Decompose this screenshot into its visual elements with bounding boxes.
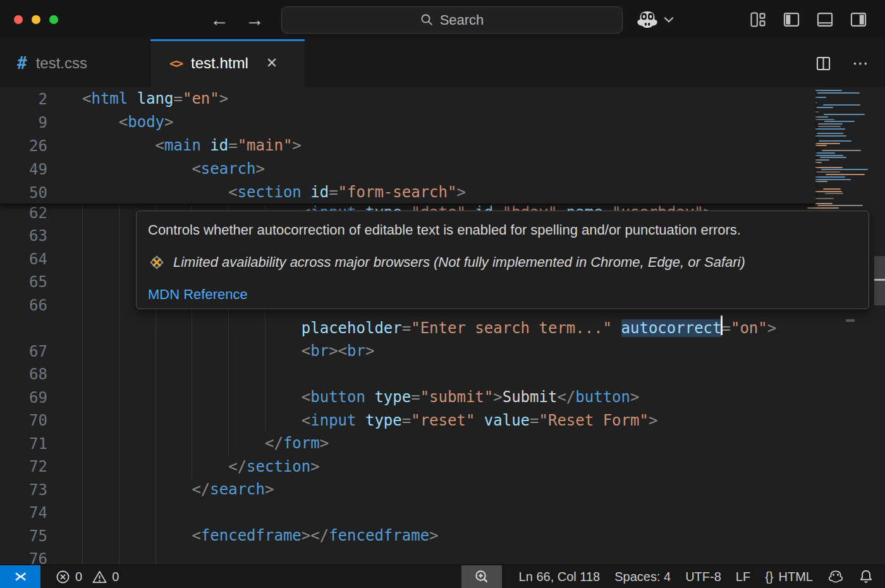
- hover-tooltip: Controls whether autocorrection of edita…: [136, 211, 869, 309]
- css-file-icon: #: [17, 54, 27, 73]
- indent-guide: [82, 548, 83, 565]
- encoding-setting[interactable]: UTF-8: [683, 565, 724, 588]
- bell-icon: [858, 569, 874, 584]
- minimap-highlight: [846, 319, 855, 322]
- code-line[interactable]: 73 </search>: [0, 478, 815, 501]
- line-number: 9: [0, 114, 47, 132]
- minimap-line: [812, 90, 842, 91]
- copilot-icon: [635, 8, 660, 31]
- traffic-lights: [14, 15, 58, 24]
- hover-description: Controls whether autocorrection of edita…: [148, 221, 857, 239]
- indent-guide: [156, 317, 156, 340]
- zoom-window-button[interactable]: [49, 15, 58, 24]
- overview-cursor-marker: [874, 279, 885, 281]
- remote-indicator[interactable]: [0, 565, 40, 588]
- customize-layout-button[interactable]: [749, 11, 767, 28]
- errors-count: 0: [75, 570, 82, 584]
- code-line[interactable]: 26 <main id="main">: [0, 134, 815, 157]
- code-line[interactable]: 69 <button type="submit">Submit</button>: [0, 386, 815, 409]
- minimap-line: [814, 119, 834, 120]
- indent-guide: [119, 409, 119, 432]
- minimap-line: [811, 167, 843, 168]
- problems-indicator[interactable]: 0 0: [53, 565, 121, 588]
- indent-guide: [156, 455, 156, 479]
- close-window-button[interactable]: [14, 15, 23, 24]
- minimap-line: [813, 203, 833, 204]
- language-mode[interactable]: {} HTML: [762, 565, 815, 588]
- toggle-secondary-sidebar-button[interactable]: [850, 11, 867, 28]
- eol-setting[interactable]: LF: [733, 565, 753, 588]
- indent-guide: [228, 409, 229, 432]
- minimap-line: [812, 198, 833, 199]
- code-line[interactable]: 68: [0, 363, 815, 386]
- code-line[interactable]: 76: [0, 548, 815, 565]
- indent-guide: [82, 409, 83, 432]
- indent-guide: [82, 501, 83, 525]
- indent-guide: [265, 409, 266, 432]
- code-line[interactable]: 50 <section id="form-search">: [0, 181, 815, 204]
- tab-test-html[interactable]: <> test.html ✕: [150, 39, 305, 87]
- errors-icon: [56, 570, 70, 584]
- indent-guide: [192, 363, 192, 386]
- code-editor[interactable]: 62 <input type="date" id="bday" name="us…: [0, 87, 885, 565]
- copilot-menu[interactable]: [635, 0, 674, 39]
- scrollbar-thumb[interactable]: [874, 256, 885, 305]
- indent-guide: [82, 478, 83, 501]
- close-tab-icon[interactable]: ✕: [266, 55, 278, 71]
- zoom-indicator[interactable]: [461, 565, 502, 588]
- minimize-window-button[interactable]: [32, 15, 40, 24]
- go-forward-button[interactable]: →: [245, 6, 264, 33]
- indent-guide: [82, 455, 83, 479]
- cursor-position[interactable]: Ln 66, Col 118: [516, 565, 603, 588]
- indent-guide: [119, 293, 119, 317]
- minimap-line: [814, 128, 846, 130]
- code-line[interactable]: 49 <search>: [0, 157, 815, 181]
- copilot-status[interactable]: [825, 565, 846, 588]
- code-line[interactable]: 2<html lang="en">: [0, 87, 815, 111]
- toggle-panel-button[interactable]: [816, 11, 834, 28]
- warnings-count: 0: [112, 570, 119, 584]
- sticky-scroll[interactable]: 2<html lang="en">9 <body>26 <main id="ma…: [0, 87, 815, 204]
- tab-test-css[interactable]: # test.css: [0, 39, 150, 87]
- indent-guide: [82, 432, 83, 455]
- indent-guide: [228, 317, 229, 340]
- minimap-line: [820, 157, 846, 158]
- toggle-primary-sidebar-button[interactable]: [783, 11, 800, 28]
- command-center-search[interactable]: Search: [281, 6, 623, 34]
- code-line[interactable]: 9 <body>: [0, 111, 815, 134]
- code-line[interactable]: 75 <fencedframe></fencedframe>: [0, 524, 815, 548]
- minimap-line: [823, 104, 861, 106]
- indent-guide: [156, 363, 156, 386]
- code-line[interactable]: 71 </form>: [0, 432, 815, 455]
- line-number: 2: [0, 90, 47, 108]
- search-icon: [420, 13, 434, 27]
- indent-guide: [119, 340, 119, 363]
- indent-guide: [265, 386, 266, 409]
- code-line[interactable]: 72 </section>: [0, 455, 815, 479]
- more-actions-button[interactable]: ⋯: [852, 54, 870, 73]
- minimap-line: [823, 188, 841, 190]
- editor-scrollbar[interactable]: [874, 87, 885, 565]
- line-number: 71: [0, 435, 47, 453]
- mdn-reference-link[interactable]: MDN Reference: [148, 286, 857, 303]
- indentation-setting[interactable]: Spaces: 4: [612, 565, 673, 588]
- indent-guide: [192, 455, 192, 479]
- indent-guide: [82, 271, 83, 294]
- minimap-line: [816, 171, 840, 173]
- go-back-button[interactable]: ←: [210, 6, 229, 33]
- notifications-bell[interactable]: [856, 565, 876, 588]
- indent-guide: [82, 224, 83, 248]
- indent-guide: [192, 317, 192, 340]
- code-line[interactable]: 67 <br><br>: [0, 340, 815, 363]
- split-editor-button[interactable]: [815, 55, 832, 72]
- line-number: 66: [0, 297, 47, 314]
- code-line[interactable]: placeholder="Enter search term..." autoc…: [0, 317, 815, 340]
- minimap-line: [826, 174, 865, 175]
- minimap-line: [812, 179, 850, 180]
- code-line[interactable]: 70 <input type="reset" value="Reset Form…: [0, 409, 815, 432]
- code-line[interactable]: 74: [0, 501, 815, 525]
- baseline-limited-availability-icon: [148, 254, 166, 271]
- status-bar: 0 0 Ln 66, Col 118 Spaces: 4 U: [0, 565, 885, 588]
- minimap-line: [819, 140, 851, 142]
- line-number: 74: [0, 504, 47, 522]
